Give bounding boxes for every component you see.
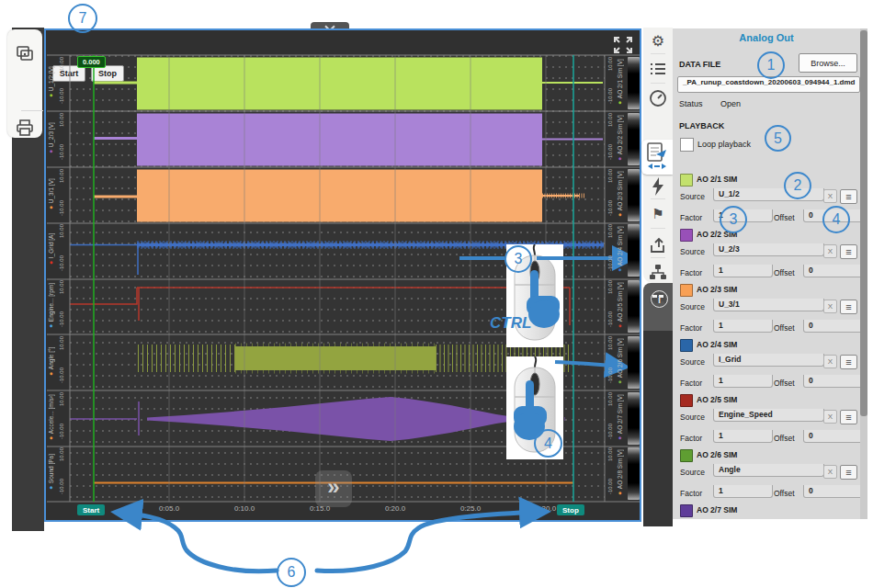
ao-channel-section: AO 2/3 SIMSourceU_3/1X≡Factor1Offset0 bbox=[678, 282, 862, 337]
scale-max-label: 10.00 bbox=[606, 447, 615, 461]
callout-3-mouse: 3 bbox=[505, 245, 532, 273]
offset-field[interactable]: 0 bbox=[803, 375, 863, 388]
scale-min-label: -10.00 bbox=[606, 255, 615, 271]
settings-gear-icon[interactable]: ⚙ bbox=[648, 30, 668, 51]
ao-channel-title: AO 2/4 SIM bbox=[697, 340, 737, 349]
printer-icon[interactable] bbox=[15, 118, 35, 138]
callout-1: 1 bbox=[757, 51, 785, 79]
scale-max-label: 10.00 bbox=[606, 280, 615, 294]
loop-playback-label: Loop playback bbox=[697, 140, 751, 149]
scale-max-label: 10.00 bbox=[57, 169, 66, 183]
channel-label-right: ● AO 2/2 Sim [V] bbox=[616, 111, 626, 166]
channel-list-button[interactable]: ≡ bbox=[840, 300, 857, 314]
clear-source-button[interactable]: X bbox=[823, 244, 837, 258]
source-label: Source bbox=[680, 413, 705, 422]
channel-list-button[interactable]: ≡ bbox=[840, 244, 857, 259]
ao-channel-section: AO 2/2 SIMSourceU_2/3X≡Factor1Offset0 bbox=[678, 227, 862, 282]
ao-channel-section: AO 2/5 SIMSourceEngine_SpeedX≡Factor1Off… bbox=[678, 392, 862, 447]
source-label: Source bbox=[680, 247, 705, 256]
channel-color-dot: ● bbox=[48, 91, 54, 99]
scrollbar-thumb[interactable] bbox=[860, 30, 867, 416]
source-field[interactable]: Angle bbox=[713, 464, 824, 477]
source-label: Source bbox=[680, 468, 705, 477]
clear-source-button[interactable]: X bbox=[823, 410, 837, 424]
ao-color-swatch bbox=[680, 339, 693, 352]
source-field[interactable]: Engine_Speed bbox=[713, 409, 824, 422]
clear-source-button[interactable]: X bbox=[823, 465, 837, 479]
network-icon[interactable] bbox=[648, 262, 668, 282]
source-label: Source bbox=[680, 357, 705, 367]
fullscreen-icon[interactable] bbox=[612, 35, 634, 55]
offset-label: Offset bbox=[774, 489, 795, 498]
callout-7: 7 bbox=[68, 4, 97, 33]
channel-list-button[interactable]: ≡ bbox=[840, 355, 857, 369]
scale-min-label: -10.00 bbox=[606, 424, 615, 439]
analog-out-panel: Analog Out DATA FILE Browse... _PA_runup… bbox=[673, 28, 867, 519]
ao-channel-title: AO 2/7 SIM bbox=[697, 505, 737, 514]
factor-field[interactable]: 1 bbox=[713, 485, 773, 498]
export-icon[interactable] bbox=[648, 235, 668, 255]
offset-field[interactable]: 0 bbox=[803, 265, 863, 277]
output-meter bbox=[628, 169, 640, 221]
ao-color-swatch bbox=[680, 504, 693, 517]
scale-min-label: -10.00 bbox=[57, 479, 66, 494]
source-field[interactable]: U_3/1 bbox=[713, 299, 824, 311]
source-field[interactable]: U_2/3 bbox=[713, 243, 824, 256]
factor-label: Factor bbox=[680, 323, 702, 333]
loop-playback-checkbox[interactable] bbox=[680, 138, 694, 152]
channel-label-left: ● I_Grid [A] bbox=[47, 222, 57, 277]
tab-analog-out-active[interactable] bbox=[641, 140, 673, 175]
channel-list-button[interactable]: ≡ bbox=[840, 465, 857, 480]
channel-list-button[interactable]: ≡ bbox=[840, 189, 857, 204]
scale-min-label: -10.00 bbox=[57, 200, 66, 216]
scale-max-label: 10.00 bbox=[57, 280, 66, 294]
channel-color-dot: ● bbox=[617, 154, 623, 163]
dewesoft-analog-out-screen: Start Stop bbox=[0, 0, 873, 588]
scale-min-label: -10.00 bbox=[57, 368, 66, 383]
lightning-icon[interactable] bbox=[648, 176, 668, 197]
scale-min-label: -10.00 bbox=[57, 255, 66, 271]
factor-field[interactable]: 1 bbox=[713, 375, 773, 388]
start-marker-badge[interactable]: Start bbox=[77, 504, 105, 515]
browse-button[interactable]: Browse... bbox=[799, 53, 857, 73]
clear-source-button[interactable]: X bbox=[823, 189, 837, 203]
info-icon[interactable]: i bbox=[651, 290, 668, 308]
channel-color-dot: ● bbox=[617, 98, 623, 107]
source-field[interactable]: I_Grid bbox=[713, 354, 824, 367]
channel-label-left: ● Accele... [m/s²] bbox=[47, 390, 57, 446]
offset-field[interactable]: 0 bbox=[803, 430, 863, 443]
clear-source-button[interactable]: X bbox=[823, 300, 837, 313]
fast-forward-button[interactable]: » bbox=[315, 470, 352, 507]
offset-label: Offset bbox=[774, 213, 795, 222]
scale-max-label: 10.00 bbox=[606, 57, 615, 71]
status-value: Open bbox=[720, 99, 741, 108]
factor-field[interactable]: 1 bbox=[713, 265, 773, 277]
callout-5: 5 bbox=[765, 125, 791, 152]
factor-label: Factor bbox=[680, 434, 702, 443]
offset-field[interactable]: 0 bbox=[803, 485, 863, 498]
channel-list-button[interactable]: ≡ bbox=[840, 410, 857, 424]
time-tick-label: 0:20.0 bbox=[377, 504, 414, 513]
measure-gauge-icon[interactable] bbox=[648, 88, 668, 108]
factor-field[interactable]: 1 bbox=[713, 430, 773, 443]
offset-field[interactable]: 0 bbox=[803, 320, 863, 333]
time-tick-label: 0:05.0 bbox=[151, 504, 187, 513]
cursor-value-badge: 0.000 bbox=[77, 56, 106, 68]
ao-color-swatch bbox=[680, 284, 693, 297]
channel-list-icon[interactable] bbox=[648, 59, 668, 79]
channel-color-dot: ● bbox=[48, 322, 54, 330]
divider bbox=[21, 110, 43, 111]
channel-color-dot: ● bbox=[617, 266, 623, 274]
clear-source-button[interactable]: X bbox=[823, 355, 837, 368]
flag-icon[interactable]: ⚑ bbox=[648, 204, 668, 224]
scale-min-label: -10.00 bbox=[606, 368, 615, 383]
callout-3-panel: 3 bbox=[720, 206, 747, 233]
screenshot-icon[interactable] bbox=[15, 44, 35, 64]
output-meter bbox=[628, 392, 640, 445]
factor-label: Factor bbox=[680, 489, 702, 498]
scale-min-label: -10.00 bbox=[606, 88, 615, 104]
panel-scrollbar[interactable] bbox=[860, 28, 867, 519]
factor-field[interactable]: 1 bbox=[713, 320, 773, 333]
channel-label-right: ● AO 2/1 Sim [V] bbox=[616, 55, 626, 110]
callout-4-panel: 4 bbox=[822, 206, 850, 233]
